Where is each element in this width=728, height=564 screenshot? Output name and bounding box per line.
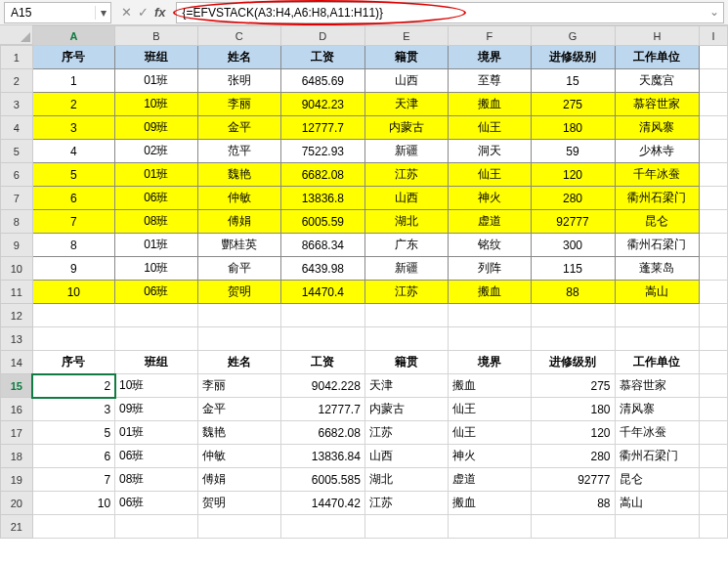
cell-A17[interactable]: 5 (32, 421, 114, 445)
cell-H2[interactable]: 天魔宫 (615, 69, 700, 93)
cell-I20[interactable] (700, 492, 728, 515)
cell-E8[interactable]: 湖北 (364, 210, 448, 234)
column-header-C[interactable]: C (197, 26, 280, 46)
cell-B5[interactable]: 02班 (115, 140, 198, 163)
cell-E3[interactable]: 天津 (364, 93, 448, 116)
cell-C16[interactable]: 金平 (197, 398, 280, 421)
name-box[interactable]: A15 ▾ (4, 2, 111, 23)
cell-I7[interactable] (700, 187, 728, 210)
cell-C18[interactable]: 仲敏 (197, 445, 280, 468)
cell-E6[interactable]: 江苏 (364, 163, 448, 187)
cell-G4[interactable]: 180 (531, 116, 615, 140)
cell-D10[interactable]: 6439.98 (280, 257, 364, 281)
cell-C5[interactable]: 范平 (197, 140, 280, 163)
cell-A13[interactable] (32, 327, 114, 351)
cell-D19[interactable]: 6005.585 (280, 468, 364, 492)
cell-A3[interactable]: 2 (32, 93, 114, 116)
column-header-B[interactable]: B (115, 26, 198, 46)
cell-F13[interactable] (449, 327, 531, 351)
cell-D8[interactable]: 6005.59 (280, 210, 364, 234)
cell-H19[interactable]: 昆仑 (615, 468, 700, 492)
cell-E2[interactable]: 山西 (364, 69, 448, 93)
cell-F9[interactable]: 铭纹 (449, 234, 531, 257)
cell-D7[interactable]: 13836.8 (280, 187, 364, 210)
select-all-corner[interactable] (0, 25, 33, 45)
cell-F16[interactable]: 仙王 (449, 398, 531, 421)
cell-E15[interactable]: 天津 (364, 374, 448, 398)
row-header-16[interactable]: 16 (1, 398, 33, 421)
row-header-15[interactable]: 15 (1, 374, 33, 398)
cell-I5[interactable] (700, 140, 728, 163)
cell-A11[interactable]: 10 (32, 281, 114, 304)
column-header-E[interactable]: E (364, 26, 448, 46)
row-header-6[interactable]: 6 (1, 163, 33, 187)
cell-H5[interactable]: 少林寺 (615, 140, 700, 163)
cell-C10[interactable]: 俞平 (197, 257, 280, 281)
cell-D16[interactable]: 12777.7 (280, 398, 364, 421)
cell-A4[interactable]: 3 (32, 116, 114, 140)
cell-E9[interactable]: 广东 (364, 234, 448, 257)
cell-D1[interactable]: 工资 (280, 46, 364, 69)
cell-I1[interactable] (700, 46, 728, 69)
column-header-G[interactable]: G (531, 26, 615, 46)
cell-E20[interactable]: 江苏 (364, 492, 448, 515)
cell-A20[interactable]: 10 (32, 492, 114, 515)
cell-B12[interactable] (115, 304, 198, 327)
cell-G11[interactable]: 88 (531, 281, 615, 304)
cell-D4[interactable]: 12777.7 (280, 116, 364, 140)
cell-E11[interactable]: 江苏 (364, 281, 448, 304)
cell-C7[interactable]: 仲敏 (197, 187, 280, 210)
row-header-3[interactable]: 3 (1, 93, 33, 116)
cell-I10[interactable] (700, 257, 728, 281)
cell-H20[interactable]: 嵩山 (615, 492, 700, 515)
row-header-13[interactable]: 13 (1, 327, 33, 351)
row-header-1[interactable]: 1 (1, 46, 33, 69)
cell-B3[interactable]: 10班 (115, 93, 198, 116)
cell-C15[interactable]: 李丽 (197, 374, 280, 398)
cell-G10[interactable]: 115 (531, 257, 615, 281)
cell-H12[interactable] (615, 304, 700, 327)
cell-C9[interactable]: 酆桂英 (197, 234, 280, 257)
row-header-19[interactable]: 19 (1, 468, 33, 492)
name-box-dropdown[interactable]: ▾ (95, 6, 110, 20)
formula-bar[interactable]: {=EFVSTACK(A3:H4,A6:H8,A11:H11)} ⌄ (176, 2, 724, 23)
cell-F11[interactable]: 搬血 (449, 281, 531, 304)
cell-E7[interactable]: 山西 (364, 187, 448, 210)
cell-G21[interactable] (531, 515, 615, 539)
cell-C17[interactable]: 魏艳 (197, 421, 280, 445)
cell-D5[interactable]: 7522.93 (280, 140, 364, 163)
cell-G12[interactable] (531, 304, 615, 327)
cell-C21[interactable] (197, 515, 280, 539)
cell-I19[interactable] (700, 468, 728, 492)
cell-I2[interactable] (700, 69, 728, 93)
cell-I9[interactable] (700, 234, 728, 257)
cell-H15[interactable]: 慕容世家 (615, 374, 700, 398)
cell-F17[interactable]: 仙王 (449, 421, 531, 445)
cell-H16[interactable]: 清风寨 (615, 398, 700, 421)
column-header-D[interactable]: D (280, 26, 364, 46)
cell-E18[interactable]: 山西 (364, 445, 448, 468)
cell-F19[interactable]: 虚道 (449, 468, 531, 492)
cell-G16[interactable]: 180 (531, 398, 615, 421)
row-header-2[interactable]: 2 (1, 69, 33, 93)
cell-D17[interactable]: 6682.08 (280, 421, 364, 445)
cell-F1[interactable]: 境界 (449, 46, 531, 69)
cell-C8[interactable]: 傅娟 (197, 210, 280, 234)
cell-A1[interactable]: 序号 (32, 46, 114, 69)
cell-E16[interactable]: 内蒙古 (364, 398, 448, 421)
cell-I4[interactable] (700, 116, 728, 140)
cell-D11[interactable]: 14470.4 (280, 281, 364, 304)
cell-A9[interactable]: 8 (32, 234, 114, 257)
cell-B4[interactable]: 09班 (115, 116, 198, 140)
row-header-11[interactable]: 11 (1, 281, 33, 304)
cell-A21[interactable] (32, 515, 114, 539)
cell-G3[interactable]: 275 (531, 93, 615, 116)
cell-C11[interactable]: 贺明 (197, 281, 280, 304)
cell-E14[interactable]: 籍贯 (364, 351, 448, 374)
cell-I18[interactable] (700, 445, 728, 468)
cell-F6[interactable]: 仙王 (449, 163, 531, 187)
cell-G15[interactable]: 275 (531, 374, 615, 398)
cell-G6[interactable]: 120 (531, 163, 615, 187)
cell-B19[interactable]: 08班 (115, 468, 198, 492)
cell-C20[interactable]: 贺明 (197, 492, 280, 515)
